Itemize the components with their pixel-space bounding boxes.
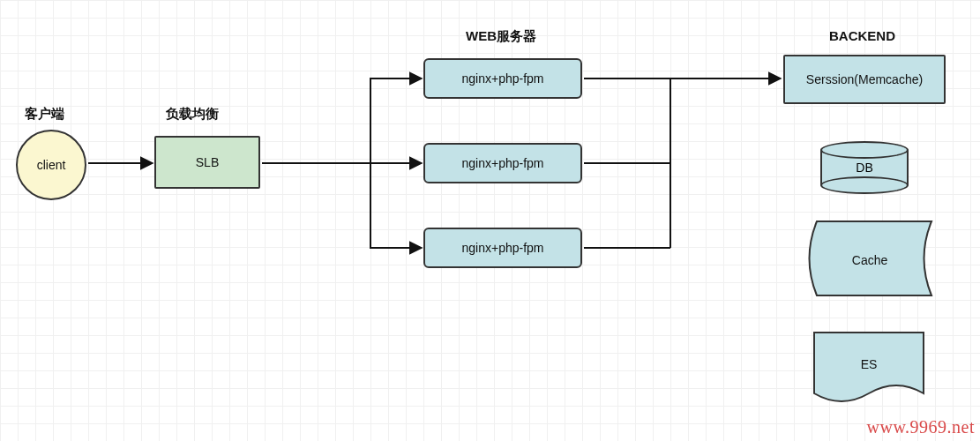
slb-node: SLB: [154, 136, 260, 189]
watermark-text: www.9969.net: [867, 417, 975, 437]
client-node-text: client: [37, 158, 66, 172]
arrow-slb-web3: [370, 163, 422, 248]
es-node: ES: [813, 332, 924, 407]
arrow-slb-web1: [370, 78, 422, 163]
db-node: DB: [820, 141, 909, 194]
backend-section-label: BACKEND: [829, 28, 895, 43]
es-node-text: ES: [861, 357, 878, 371]
db-node-text: DB: [856, 161, 872, 175]
slb-node-text: SLB: [196, 155, 219, 169]
web-server-node-3: nginx+php-fpm: [423, 228, 582, 268]
session-node-text: Serssion(Memcache): [806, 72, 923, 86]
session-node: Serssion(Memcache): [783, 55, 946, 104]
web-section-label: WEB服务器: [466, 28, 536, 45]
client-section-label: 客户端: [25, 106, 64, 123]
lb-section-label: 负载均衡: [166, 106, 219, 123]
web-server-text: nginx+php-fpm: [461, 241, 543, 255]
web-server-text: nginx+php-fpm: [461, 71, 543, 86]
web-server-text: nginx+php-fpm: [461, 156, 543, 170]
web-server-node-2: nginx+php-fpm: [423, 143, 582, 183]
client-node: client: [16, 130, 86, 200]
cache-node-text: Cache: [852, 253, 888, 267]
web-server-node-1: nginx+php-fpm: [423, 58, 582, 99]
cache-node: Cache: [801, 220, 933, 296]
